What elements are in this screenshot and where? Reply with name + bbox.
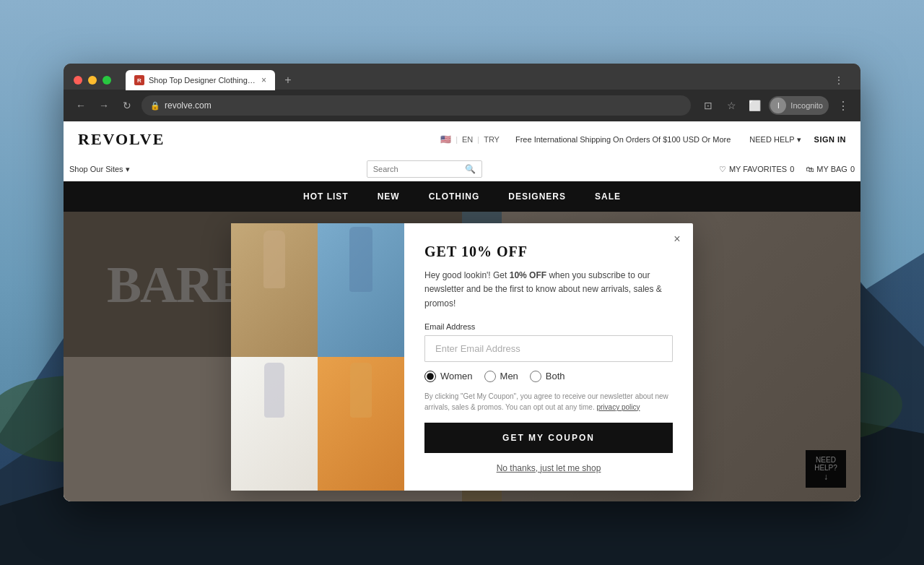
back-button[interactable]: ← xyxy=(72,97,90,114)
modal-discount: 10% OFF xyxy=(510,270,546,280)
gender-label-both: Both xyxy=(546,371,565,381)
flag-icon: 🇺🇸 xyxy=(440,134,451,145)
forward-button[interactable]: → xyxy=(95,97,113,114)
header-search-area: 🔍 xyxy=(133,160,716,178)
nav-sale[interactable]: SALE xyxy=(595,191,621,202)
sign-in-button[interactable]: SIGN IN xyxy=(814,135,846,144)
browser-nav-right: ⊡ ☆ ⬜ I Incognito ⋮ xyxy=(699,96,852,115)
bag-button[interactable]: 🛍 MY BAG 0 xyxy=(806,165,855,173)
bag-icon: 🛍 xyxy=(806,165,814,173)
nav-new[interactable]: NEW xyxy=(378,191,400,202)
email-input[interactable] xyxy=(424,335,673,362)
browser-chrome: R Shop Top Designer Clothing B... × + ⋮ … xyxy=(64,64,860,121)
site-nav: HOT LIST NEW CLOTHING DESIGNERS SALE xyxy=(64,181,860,212)
chrome-menu-button[interactable]: ⋮ xyxy=(834,97,852,114)
site-header: REVOLVE 🇺🇸 | EN | TRY Free International… xyxy=(64,121,860,181)
privacy-policy-link[interactable]: privacy policy xyxy=(596,403,640,411)
gender-options: Women Men Both xyxy=(424,371,673,382)
header-meta: 🇺🇸 | EN | TRY Free International Shippin… xyxy=(440,134,846,145)
get-coupon-button[interactable]: GET MY COUPON xyxy=(424,423,673,453)
cast-icon[interactable]: ⊡ xyxy=(699,97,717,114)
shipping-banner: Free International Shipping On Orders Of… xyxy=(515,135,731,144)
profile-name: Incognito xyxy=(790,101,823,110)
lock-icon: 🔒 xyxy=(150,101,160,111)
gender-label-men: Men xyxy=(500,371,518,381)
email-label: Email Address xyxy=(424,322,673,331)
modal-desc-prefix: Hey good lookin'! Get xyxy=(424,270,510,280)
site-header-sub: Shop Our Sites ▾ 🔍 ♡ MY FAVORITES 0 xyxy=(64,158,860,181)
gender-label-women: Women xyxy=(440,371,473,381)
site-header-top: REVOLVE 🇺🇸 | EN | TRY Free International… xyxy=(64,121,860,158)
browser-nav: ← → ↻ 🔒 revolve.com ⊡ ☆ ⬜ I Incognito ⋮ xyxy=(64,90,860,121)
search-icon: 🔍 xyxy=(465,164,476,174)
profile-avatar: I xyxy=(770,98,786,113)
header-actions: ♡ MY FAVORITES 0 🛍 MY BAG 0 xyxy=(719,165,855,174)
url-text: revolve.com xyxy=(165,100,212,111)
lang-try[interactable]: TRY xyxy=(484,135,500,144)
nav-designers[interactable]: DESIGNERS xyxy=(508,191,566,202)
browser-menu-button[interactable]: ⋮ xyxy=(830,72,847,89)
newsletter-modal: × GET 10% OFF Hey good lookin'! Get 10% … xyxy=(231,223,693,491)
favorites-button[interactable]: ♡ MY FAVORITES 0 xyxy=(719,165,794,174)
gender-radio-men[interactable] xyxy=(484,371,496,382)
browser-window: R Shop Top Designer Clothing B... × + ⋮ … xyxy=(64,64,860,501)
need-help-link[interactable]: NEED HELP ▾ xyxy=(749,135,801,145)
nav-hotlist[interactable]: HOT LIST xyxy=(303,191,349,202)
active-tab[interactable]: R Shop Top Designer Clothing B... × xyxy=(126,70,275,90)
search-bar[interactable]: 🔍 xyxy=(367,160,482,178)
modal-overlay: × GET 10% OFF Hey good lookin'! Get 10% … xyxy=(64,212,860,501)
shop-sites-link[interactable]: Shop Our Sites ▾ xyxy=(69,165,130,174)
tab-close-button[interactable]: × xyxy=(261,75,266,85)
tab-favicon: R xyxy=(134,75,144,85)
modal-img-1 xyxy=(231,223,318,357)
modal-content: × GET 10% OFF Hey good lookin'! Get 10% … xyxy=(404,223,693,491)
modal-close-button[interactable]: × xyxy=(670,232,684,246)
close-traffic-light[interactable] xyxy=(74,76,82,85)
site-logo: REVOLVE xyxy=(78,130,165,149)
site-main: BARE N NEED HELP? ↓ xyxy=(64,212,860,501)
nav-clothing[interactable]: CLOTHING xyxy=(429,191,480,202)
heart-icon: ♡ xyxy=(719,165,726,174)
modal-img-3 xyxy=(231,357,318,491)
maximize-traffic-light[interactable] xyxy=(103,76,111,85)
search-input[interactable] xyxy=(373,165,461,173)
modal-description: Hey good lookin'! Get 10% OFF when you s… xyxy=(424,269,673,311)
lang-en[interactable]: EN xyxy=(462,135,473,144)
gender-option-men[interactable]: Men xyxy=(484,371,518,382)
gender-option-women[interactable]: Women xyxy=(424,371,473,382)
extensions-icon[interactable]: ⬜ xyxy=(746,97,763,114)
modal-img-2 xyxy=(318,223,404,357)
modal-img-4 xyxy=(318,357,404,491)
gender-radio-both[interactable] xyxy=(530,371,541,382)
bookmark-icon[interactable]: ☆ xyxy=(723,97,740,114)
profile-badge[interactable]: I Incognito xyxy=(769,96,829,115)
gender-option-both[interactable]: Both xyxy=(530,371,565,382)
modal-images xyxy=(231,223,404,491)
terms-text: By clicking "Get My Coupon", you agree t… xyxy=(424,391,673,413)
no-thanks-button[interactable]: No thanks, just let me shop xyxy=(424,463,673,473)
browser-titlebar: R Shop Top Designer Clothing B... × + ⋮ xyxy=(64,64,860,90)
modal-title: GET 10% OFF xyxy=(424,243,673,260)
website-content: REVOLVE 🇺🇸 | EN | TRY Free International… xyxy=(64,121,860,501)
new-tab-button[interactable]: + xyxy=(278,70,298,90)
address-bar[interactable]: 🔒 revolve.com xyxy=(141,95,691,116)
minimize-traffic-light[interactable] xyxy=(88,76,97,85)
gender-radio-women[interactable] xyxy=(424,371,436,382)
browser-tabs: R Shop Top Designer Clothing B... × + xyxy=(126,70,824,90)
refresh-button[interactable]: ↻ xyxy=(118,97,136,114)
tab-title: Shop Top Designer Clothing B... xyxy=(149,76,257,85)
